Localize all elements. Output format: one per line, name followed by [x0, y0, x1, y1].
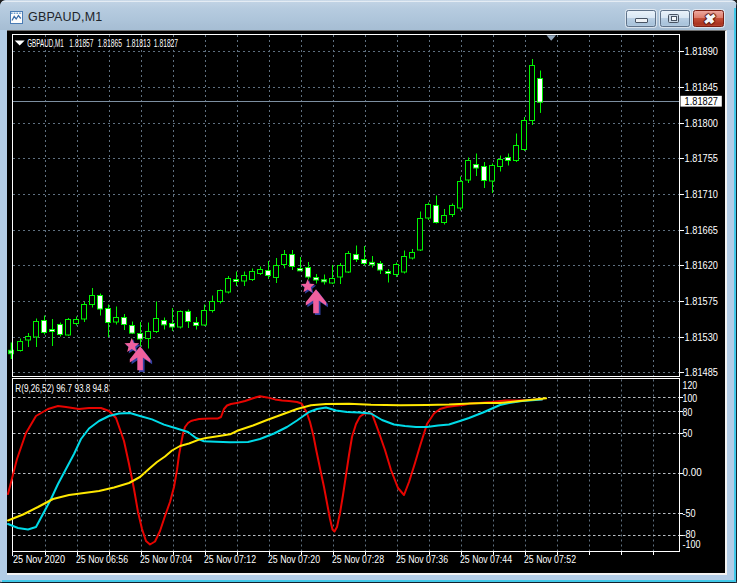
svg-text:-100: -100 [683, 538, 701, 550]
svg-text:GBPAUD,M1: GBPAUD,M1 [27, 37, 64, 49]
svg-text:25 Nov 07:12: 25 Nov 07:12 [204, 553, 256, 565]
svg-text:1.81665: 1.81665 [685, 224, 718, 236]
svg-text:1.81857: 1.81857 [69, 37, 93, 49]
svg-text:1.81827: 1.81827 [154, 37, 178, 49]
svg-text:25 Nov 07:04: 25 Nov 07:04 [140, 553, 192, 565]
svg-text:1.81620: 1.81620 [685, 259, 718, 271]
svg-text:25 Nov 07:36: 25 Nov 07:36 [396, 553, 448, 565]
svg-text:100: 100 [683, 392, 698, 404]
svg-text:25 Nov 07:20: 25 Nov 07:20 [268, 553, 320, 565]
svg-text:1.81575: 1.81575 [685, 295, 718, 307]
svg-text:1.81865: 1.81865 [98, 37, 122, 49]
svg-text:80: 80 [683, 406, 693, 418]
svg-text:1.81800: 1.81800 [685, 117, 718, 129]
svg-text:0.00: 0.00 [683, 466, 702, 478]
svg-text:50: 50 [683, 427, 693, 439]
svg-text:1.81710: 1.81710 [685, 188, 718, 200]
svg-text:25 Nov 2020: 25 Nov 2020 [13, 553, 65, 565]
svg-text:1.81890: 1.81890 [685, 45, 718, 57]
svg-text:-50: -50 [683, 507, 696, 519]
svg-text:1.81827: 1.81827 [685, 95, 718, 107]
svg-text:25 Nov 06:56: 25 Nov 06:56 [76, 553, 128, 565]
svg-text:1.81813: 1.81813 [126, 37, 150, 49]
svg-text:1.81845: 1.81845 [685, 81, 718, 93]
svg-text:1.81485: 1.81485 [685, 366, 718, 378]
svg-text:25 Nov 07:44: 25 Nov 07:44 [460, 553, 512, 565]
svg-text:25 Nov 07:52: 25 Nov 07:52 [524, 553, 576, 565]
svg-text:25 Nov 07:28: 25 Nov 07:28 [332, 553, 384, 565]
svg-text:1.81530: 1.81530 [685, 331, 718, 343]
svg-text:120: 120 [683, 379, 698, 391]
svg-text:R(9,26,52) 96.7 93.8 94.8: R(9,26,52) 96.7 93.8 94.8 [15, 382, 108, 394]
svg-text:1.81755: 1.81755 [685, 152, 718, 164]
